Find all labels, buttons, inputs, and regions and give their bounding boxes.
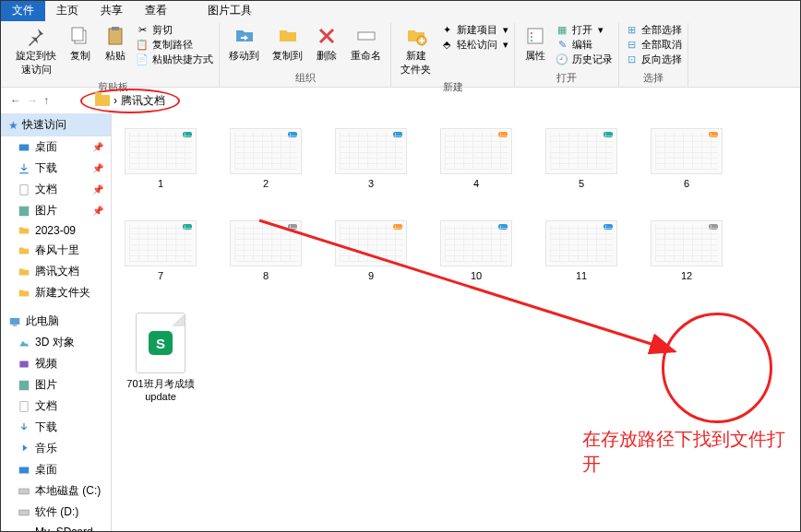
sidebar-item[interactable]: 腾讯文档	[1, 261, 111, 282]
item-icon	[18, 162, 30, 175]
tab-file[interactable]: 文件	[1, 0, 45, 21]
edit-button[interactable]: ✎编辑	[556, 38, 613, 52]
sidebar-item[interactable]: 图片📌	[1, 200, 111, 221]
sidebar-item[interactable]: 春风十里	[1, 240, 111, 261]
file-item[interactable]: 6	[647, 128, 726, 189]
paste-shortcut-button[interactable]: 📄粘贴快捷方式	[136, 53, 213, 66]
svg-point-7	[531, 32, 532, 34]
sidebar-item[interactable]: 新建文件夹	[1, 282, 111, 303]
item-icon	[18, 443, 30, 455]
tab-picture-tools[interactable]: 图片工具	[197, 0, 263, 21]
file-item[interactable]: 1	[121, 128, 200, 189]
selectall-icon: ⊞	[625, 24, 638, 37]
sidebar-item[interactable]: 本地磁盘 (C:)	[1, 480, 111, 502]
history-button[interactable]: 🕘历史记录	[556, 53, 613, 66]
open-button[interactable]: ▦打开▾	[556, 23, 613, 37]
copy-button[interactable]: 复制	[66, 23, 95, 65]
copy-path-button[interactable]: 📋复制路径	[136, 38, 213, 52]
invert-selection-button[interactable]: ⊡反向选择	[625, 53, 682, 66]
file-label: 10	[471, 270, 482, 281]
sidebar-item[interactable]: 2023-09	[1, 221, 111, 240]
file-thumbnail	[125, 220, 197, 266]
sidebar-item[interactable]: 图片	[1, 374, 111, 396]
pin-icon: 📌	[92, 206, 103, 216]
file-item[interactable]: 10	[436, 220, 516, 281]
pin-icon: 📌	[92, 163, 103, 173]
file-item[interactable]: 3	[331, 128, 411, 189]
delete-button[interactable]: 删除	[312, 23, 341, 65]
item-icon	[18, 141, 30, 154]
cut-button[interactable]: ✂剪切	[136, 23, 213, 37]
delete-icon	[316, 25, 338, 47]
easy-access-button[interactable]: ⬘轻松访问▾	[440, 38, 508, 52]
sidebar-item[interactable]: 音乐	[1, 438, 111, 459]
sidebar-item[interactable]: 视频	[1, 353, 111, 374]
tab-home[interactable]: 主页	[45, 0, 90, 21]
file-label: 8	[263, 270, 269, 281]
folder-icon	[95, 95, 110, 106]
group-label-organize: 组织	[295, 69, 316, 87]
svg-rect-13	[10, 317, 20, 324]
svg-rect-17	[20, 401, 28, 411]
tab-share[interactable]: 共享	[90, 0, 134, 21]
svg-point-9	[531, 40, 532, 41]
new-folder-button[interactable]: 新建 文件夹	[397, 23, 435, 78]
tab-view[interactable]: 查看	[134, 0, 178, 21]
svg-rect-12	[19, 206, 30, 216]
svg-rect-11	[20, 184, 28, 195]
group-label-open: 打开	[556, 69, 577, 87]
file-item[interactable]: 8	[226, 220, 305, 281]
file-label: 9	[368, 270, 374, 281]
item-icon	[18, 266, 30, 278]
svg-rect-1	[72, 28, 83, 41]
properties-button[interactable]: 属性	[520, 23, 550, 65]
history-icon: 🕘	[556, 53, 568, 66]
pin-icon	[25, 25, 47, 47]
sidebar-this-pc[interactable]: 此电脑	[1, 311, 111, 332]
pin-to-quick-button[interactable]: 旋定到快 速访问	[12, 23, 60, 78]
sidebar-item[interactable]: 文档📌	[1, 179, 111, 200]
sidebar-item[interactable]: My_SDcard (E:)	[1, 523, 111, 531]
moveto-icon	[233, 25, 256, 47]
nav-up-button[interactable]: ↑	[43, 94, 49, 107]
sidebar-item[interactable]: 软件 (D:)	[1, 502, 111, 523]
sidebar-item[interactable]: 下载📌	[1, 158, 111, 179]
file-item[interactable]: 12	[647, 220, 726, 281]
file-item[interactable]: 7	[121, 220, 200, 281]
copyto-icon	[277, 25, 299, 47]
file-label: 2	[263, 178, 269, 189]
select-none-button[interactable]: ⊟全部取消	[625, 38, 682, 52]
file-label: 701班月考成绩update	[121, 377, 200, 402]
sidebar-item[interactable]: 桌面📌	[1, 136, 111, 158]
svg-rect-18	[19, 467, 30, 473]
select-all-button[interactable]: ⊞全部选择	[625, 23, 682, 37]
file-item-target[interactable]: S701班月考成绩update	[121, 313, 200, 402]
sidebar-item[interactable]: 文档	[1, 396, 111, 417]
paste-button[interactable]: 粘贴	[101, 23, 130, 65]
pin-icon: 📌	[92, 142, 103, 152]
breadcrumb[interactable]: › 腾讯文档	[80, 89, 180, 113]
file-item[interactable]: 11	[542, 220, 621, 281]
file-label: 6	[684, 178, 689, 189]
move-to-button[interactable]: 移动到	[225, 23, 263, 65]
newitem-icon: ✦	[440, 24, 453, 37]
address-bar: ← → ↑ › 腾讯文档	[1, 88, 800, 113]
file-thumbnail	[230, 128, 302, 174]
sidebar-item[interactable]: 桌面	[1, 459, 111, 480]
file-item[interactable]: 4	[436, 128, 516, 189]
item-icon	[18, 287, 30, 300]
rename-button[interactable]: 重命名	[347, 23, 385, 65]
copy-to-button[interactable]: 复制到	[269, 23, 306, 65]
file-item[interactable]: 5	[542, 128, 621, 189]
new-item-button[interactable]: ✦新建项目▾	[440, 23, 508, 37]
file-thumbnail	[335, 128, 407, 174]
file-item[interactable]: 9	[331, 220, 411, 281]
edit-icon: ✎	[556, 39, 568, 52]
file-item[interactable]: 2	[226, 128, 305, 189]
nav-forward-button[interactable]: →	[27, 94, 38, 107]
sidebar-quick-access[interactable]: ★快速访问	[1, 113, 111, 136]
svg-rect-14	[13, 325, 18, 325]
sidebar-item[interactable]: 3D 对象	[1, 332, 111, 353]
sidebar-item[interactable]: 下载	[1, 417, 111, 438]
nav-back-button[interactable]: ←	[10, 94, 21, 107]
